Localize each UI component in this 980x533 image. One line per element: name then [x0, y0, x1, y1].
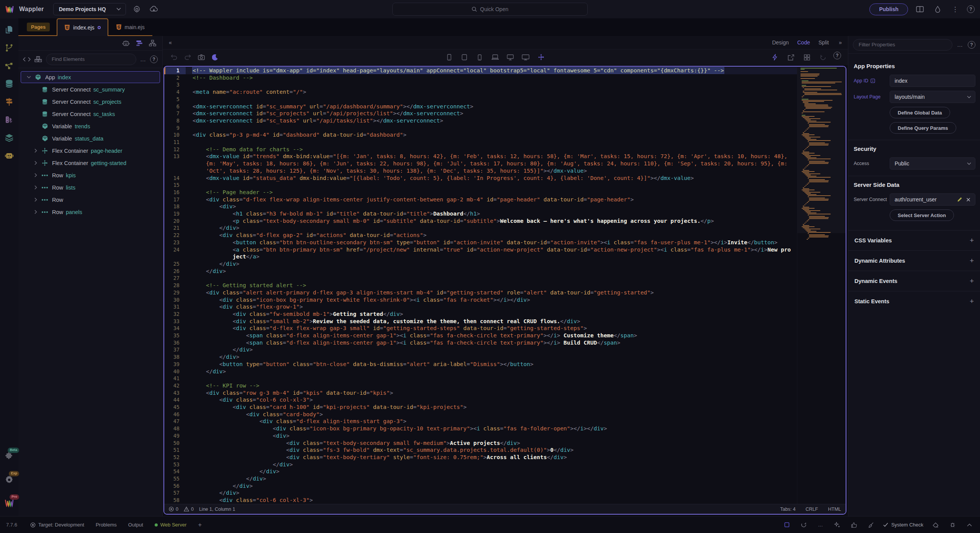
- web-server-tab[interactable]: Web Server: [155, 522, 186, 528]
- line-number[interactable]: 56: [164, 482, 186, 490]
- file-tab-index.ejs[interactable]: index.ejs: [57, 18, 108, 36]
- code-line[interactable]: 23<button class="btn btn-outline-seconda…: [164, 239, 797, 246]
- code-line-text[interactable]: <!-- KPI row -->: [186, 382, 797, 389]
- line-number[interactable]: 42: [164, 382, 186, 389]
- help-icon[interactable]: ?: [967, 5, 975, 13]
- add-icon[interactable]: +: [970, 277, 974, 285]
- stop-icon[interactable]: [782, 520, 791, 530]
- code-line-text[interactable]: </div>: [186, 353, 797, 361]
- tree-item-page-header[interactable]: Flex Containerpage-header: [21, 145, 160, 157]
- add-icon[interactable]: +: [970, 257, 974, 265]
- reload-icon[interactable]: [799, 520, 808, 530]
- target-selector[interactable]: Target: Development: [30, 522, 84, 528]
- find-elements-input[interactable]: [46, 54, 136, 65]
- code-line[interactable]: 2<!-- Dashboard -->: [164, 74, 797, 82]
- line-number[interactable]: 21: [164, 224, 186, 232]
- chevron-right-icon[interactable]: [31, 161, 40, 165]
- rail-routing-icon[interactable]: [2, 94, 17, 110]
- code-line-text[interactable]: </div>: [186, 224, 797, 232]
- problems-tab[interactable]: Problems: [96, 522, 117, 528]
- tree-item-lists[interactable]: Rowlists: [21, 181, 160, 193]
- code-line[interactable]: 16<!-- Page header -->: [164, 189, 797, 196]
- ai-sparkles-icon[interactable]: [833, 520, 842, 530]
- code-line[interactable]: 54</div>: [164, 468, 797, 475]
- dark-mode-moon-icon[interactable]: [209, 52, 221, 63]
- tree-item-trends[interactable]: Variabletrends: [21, 120, 160, 132]
- line-number[interactable]: 10: [164, 131, 186, 139]
- line-number[interactable]: 51: [164, 446, 186, 454]
- line-number[interactable]: 1: [164, 67, 186, 74]
- project-selector[interactable]: Demo Projects HQ: [53, 3, 126, 15]
- device-phone-icon[interactable]: [443, 52, 455, 63]
- code-line[interactable]: 4<meta name="ac:route" content="/">: [164, 88, 797, 96]
- code-line[interactable]: 38</div>: [164, 353, 797, 361]
- tree-item-panels[interactable]: Rowpanels: [21, 206, 160, 218]
- code-line-text[interactable]: <dmx-serverconnect id="sc_summary" url="…: [186, 103, 797, 110]
- structure-list-icon[interactable]: [136, 40, 143, 46]
- define-query-params-button[interactable]: Define Query Params: [890, 122, 956, 134]
- line-number[interactable]: 38: [164, 353, 186, 361]
- rail-pages-icon[interactable]: [2, 22, 17, 38]
- line-number[interactable]: 48: [164, 425, 186, 432]
- rail-git-icon[interactable]: [2, 40, 17, 56]
- code-line-text[interactable]: <div class="col-6 col-xl-3">: [186, 497, 797, 504]
- code-line-text[interactable]: </div>: [186, 482, 797, 490]
- app-id-input[interactable]: [890, 75, 975, 87]
- responsive-resize-icon[interactable]: [535, 52, 547, 63]
- code-line[interactable]: 12<!-- Demo data for charts -->: [164, 146, 797, 153]
- line-number[interactable]: 25: [164, 260, 186, 268]
- line-number[interactable]: 27: [164, 275, 186, 282]
- collapse-panel-icon[interactable]: «: [169, 39, 172, 46]
- code-line-text[interactable]: <!-- Wappler include is="dmx-app" id="in…: [186, 67, 797, 74]
- code-line-text[interactable]: <button type="button" class="btn-close" …: [186, 361, 797, 368]
- code-line-text[interactable]: <div class="d-flex flex-wrap gap-3 small…: [186, 325, 797, 332]
- code-line[interactable]: 6<dmx-serverconnect id="sc_summary" url=…: [164, 103, 797, 110]
- code-line-text[interactable]: [186, 375, 797, 382]
- line-number[interactable]: 3: [164, 81, 186, 88]
- code-line-text[interactable]: <!-- Page header -->: [186, 189, 797, 196]
- code-line-text[interactable]: <div class="flex-grow-1">: [186, 303, 797, 311]
- rail-layers-icon[interactable]: [2, 130, 17, 146]
- section-dynamic-attributes[interactable]: Dynamic Attributes+: [848, 250, 980, 271]
- line-number[interactable]: 52: [164, 454, 186, 461]
- line-number[interactable]: 9: [164, 124, 186, 132]
- code-line[interactable]: 8<dmx-serverconnect id="sc_tasks" url="/…: [164, 117, 797, 124]
- line-number[interactable]: 23: [164, 239, 186, 246]
- line-number[interactable]: 19: [164, 210, 186, 217]
- code-line[interactable]: 53</div>: [164, 461, 797, 468]
- edit-pencil-icon[interactable]: [957, 197, 962, 202]
- code-line[interactable]: 15: [164, 181, 797, 189]
- code-line-text[interactable]: <div class="alert alert-primary d-flex g…: [186, 289, 797, 296]
- undo-icon[interactable]: [168, 52, 180, 63]
- rail-extensions-icon[interactable]: Beta: [2, 449, 17, 464]
- device-tv-icon[interactable]: [520, 52, 531, 63]
- component-manager-icon[interactable]: [801, 52, 813, 63]
- code-line[interactable]: 26</div>: [164, 268, 797, 275]
- code-line[interactable]: 9: [164, 124, 797, 132]
- code-line[interactable]: 55</div>: [164, 475, 797, 482]
- code-line[interactable]: 35<span class="d-flex align-items-center…: [164, 332, 797, 339]
- code-line-text[interactable]: <div class="d-flex flex-wrap align-items…: [186, 196, 797, 203]
- tab-code[interactable]: Code: [797, 39, 810, 46]
- line-number[interactable]: 36: [164, 339, 186, 347]
- code-line-text[interactable]: [186, 124, 797, 132]
- code-line[interactable]: 24<a class="btn btn-primary btn-sm" href…: [164, 246, 797, 260]
- code-line[interactable]: 44<div class="col-6 col-xl-3">: [164, 396, 797, 404]
- code-line-text[interactable]: <h1 class="h3 fw-bold mb-1" id="title" d…: [186, 210, 797, 217]
- tree-item-sc_tasks[interactable]: Server Connectsc_tasks: [21, 108, 160, 120]
- code-line[interactable]: 56</div>: [164, 482, 797, 490]
- select-server-action-button[interactable]: Select Server Action: [890, 209, 954, 221]
- code-line-text[interactable]: <dmx-value id="trends" dmx-bind:value="[…: [186, 153, 797, 174]
- line-number[interactable]: 14: [164, 175, 186, 182]
- code-line-text[interactable]: <div class="fw-semibold mb-1">Getting st…: [186, 311, 797, 318]
- code-line-text[interactable]: <div class="icon-box bg-primary bg-opaci…: [186, 425, 797, 432]
- line-number[interactable]: 50: [164, 440, 186, 447]
- line-number[interactable]: 57: [164, 489, 186, 497]
- code-line-text[interactable]: <div class="col-6 col-xl-3">: [186, 396, 797, 404]
- publish-button[interactable]: Publish: [869, 3, 908, 15]
- code-line[interactable]: 21</div>: [164, 224, 797, 232]
- chevron-right-icon[interactable]: [31, 198, 40, 202]
- chevron-right-icon[interactable]: [31, 185, 40, 190]
- code-line[interactable]: 47<div class="d-flex align-items-start g…: [164, 418, 797, 425]
- code-line[interactable]: 58<div class="col-6 col-xl-3">: [164, 497, 797, 504]
